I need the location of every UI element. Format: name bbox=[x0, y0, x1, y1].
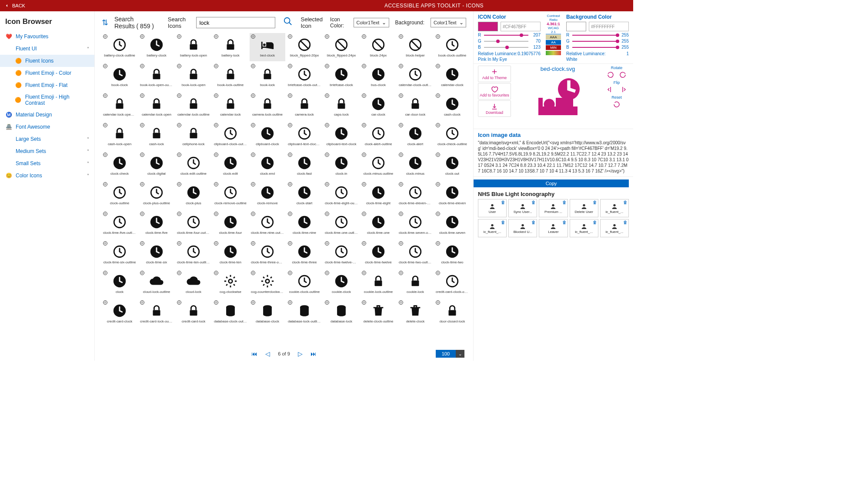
icon-tile[interactable]: ⊙clock-time-seven bbox=[434, 210, 470, 239]
slider-bgg[interactable]: G255 bbox=[566, 39, 629, 43]
icon-tile[interactable]: ⊙clock-time-six-outline bbox=[102, 240, 137, 268]
icon-tile[interactable]: ⊙cloud-lock-outline bbox=[139, 269, 174, 298]
icon-tile[interactable]: ⊙cookie-lock-outline bbox=[361, 269, 396, 298]
icon-tile[interactable]: ⊙clock-time-five-outline bbox=[102, 210, 137, 239]
icon-tile[interactable]: ⊙cog-counterclockwise bbox=[250, 269, 285, 298]
icon-tile[interactable]: ⊙credit-card-clock-outline bbox=[434, 269, 470, 298]
icon-tile[interactable]: ⊙clock-time-three bbox=[287, 240, 322, 268]
icon-tile[interactable]: ⊙database-lock-outline bbox=[287, 299, 322, 327]
icon-tile[interactable]: ⊙clock-fast bbox=[287, 151, 322, 179]
icon-tile[interactable]: ⊙clipboard-text-clock-outline bbox=[287, 122, 322, 150]
icon-tile[interactable]: ⊙delete-clock-outline bbox=[361, 299, 396, 327]
icon-tile[interactable]: ⊙clock-time-two-outline bbox=[397, 240, 433, 268]
delete-icon[interactable]: 🗑 bbox=[623, 220, 628, 225]
icon-tile[interactable]: ⊙database-clock bbox=[250, 299, 285, 327]
icon-tile[interactable]: ⊙battery-lock bbox=[213, 33, 248, 61]
icon-tile[interactable]: ⊙cash-lock bbox=[139, 122, 174, 150]
bg-color-swatch[interactable] bbox=[566, 22, 586, 31]
theme-tile[interactable]: 🗑ic_fluent_... bbox=[478, 219, 507, 237]
icon-tile[interactable]: ⊙credit-card-lock bbox=[176, 299, 211, 327]
icon-tile[interactable]: ⊙block_flipped-20px bbox=[287, 33, 322, 61]
icon-tile[interactable]: ⊙clock-time-ten bbox=[213, 240, 248, 268]
nav-item-small-sets[interactable]: Small Sets˅ bbox=[0, 157, 94, 169]
icon-tile[interactable]: ⊙delete-clock bbox=[397, 299, 433, 327]
icon-tile[interactable]: ⊙clock-plus-outline bbox=[139, 181, 174, 209]
icon-tile[interactable]: ⊙clock-time-nine bbox=[287, 210, 322, 239]
nav-item-large-sets[interactable]: Large Sets˅ bbox=[0, 133, 94, 145]
theme-tile[interactable]: 🗑Premium ... bbox=[539, 199, 568, 217]
icon-tile[interactable]: ⊙caps-lock bbox=[324, 92, 359, 120]
icon-tile[interactable]: ⊙clipboard-clock bbox=[250, 122, 285, 150]
add-to-theme-button[interactable]: Add to Theme bbox=[478, 66, 511, 82]
icon-tile[interactable]: ⊙camera-lock-outline bbox=[250, 92, 285, 120]
icon-tile[interactable]: ⊙clock-check-outline bbox=[434, 122, 470, 150]
icon-tile[interactable]: ⊙book-lock bbox=[250, 63, 285, 91]
icon-tile[interactable]: ⊙clock bbox=[102, 269, 137, 298]
icon-tile[interactable]: ⊙calendar-lock-open-outline bbox=[102, 92, 137, 120]
delete-icon[interactable]: 🗑 bbox=[593, 200, 597, 205]
nav-item-fluent-emoji-high-contrast[interactable]: 🟠Fluent Emoji - High Contrast bbox=[0, 91, 94, 109]
icon-tile[interactable]: ⊙cash-lock-open bbox=[102, 122, 137, 150]
slider-bgr[interactable]: R255 bbox=[566, 33, 629, 37]
icon-tile[interactable]: ⊙clock-alert bbox=[397, 122, 433, 150]
rotate-cw-icon[interactable] bbox=[619, 71, 627, 79]
slider-r[interactable]: R207 bbox=[478, 33, 541, 37]
icon-tile[interactable]: ⊙clock-time-three-outline bbox=[250, 240, 285, 268]
theme-tile[interactable]: 🗑ic_fluent_... bbox=[600, 219, 629, 237]
icon-tile[interactable]: ⊙clock-start bbox=[287, 181, 322, 209]
icon-tile[interactable]: ⊙clock-time-one bbox=[361, 210, 396, 239]
icon-color-hex[interactable] bbox=[501, 22, 541, 31]
icon-tile[interactable]: ⊙calendar-clock bbox=[434, 63, 470, 91]
theme-tile[interactable]: 🗑ic_fluent_... bbox=[570, 219, 598, 237]
icon-tile[interactable]: ⊙briefcase-clock-outline bbox=[287, 63, 322, 91]
copy-button[interactable]: Copy bbox=[474, 179, 629, 187]
flip-v-icon[interactable] bbox=[619, 86, 627, 93]
nav-item-fluent-emoji-color[interactable]: 🟠Fluent Emoji - Color bbox=[0, 67, 94, 79]
slider-g[interactable]: G70 bbox=[478, 39, 541, 43]
theme-tile[interactable]: 🗑Leaver bbox=[539, 219, 568, 237]
icon-tile[interactable]: ⊙clock-plus bbox=[176, 181, 211, 209]
icon-tile[interactable]: ⊙clock-time-ten-outline bbox=[176, 240, 211, 268]
icon-tile[interactable]: ⊙clock-time-seven-outline bbox=[397, 210, 433, 239]
icon-tile[interactable]: ⊙credit-card-lock-outline bbox=[139, 299, 174, 327]
theme-tile[interactable]: 🗑Delete User bbox=[570, 199, 598, 217]
icon-tile[interactable]: ⊙clock-time-eleven-outline bbox=[397, 181, 433, 209]
icon-tile[interactable]: ⊙clipboard-text-clock bbox=[324, 122, 359, 150]
icon-tile[interactable]: ⊙bed-clock bbox=[250, 33, 285, 61]
nav-item-my-favourites[interactable]: ❤️My Favourites bbox=[0, 30, 94, 43]
pager-count-dropdown[interactable]: 100⌄ bbox=[436, 350, 464, 358]
icon-tile[interactable]: ⊙clock-time-two bbox=[434, 240, 470, 268]
icon-tile[interactable]: ⊙briefcase-clock bbox=[324, 63, 359, 91]
icon-tile[interactable]: ⊙car-door-lock bbox=[397, 92, 433, 120]
icon-tile[interactable]: ⊙clock-remove-outline bbox=[213, 181, 248, 209]
delete-icon[interactable]: 🗑 bbox=[501, 200, 505, 205]
icon-tile[interactable]: ⊙database-lock bbox=[324, 299, 359, 327]
delete-icon[interactable]: 🗑 bbox=[623, 200, 628, 205]
icon-tile[interactable]: ⊙clock-time-four bbox=[213, 210, 248, 239]
icon-tile[interactable]: ⊙book-lock-open bbox=[176, 63, 211, 91]
icon-tile[interactable]: ⊙calendar-lock bbox=[213, 92, 248, 120]
delete-icon[interactable]: 🗑 bbox=[593, 220, 597, 225]
icon-tile[interactable]: ⊙clock-time-four-outline bbox=[176, 210, 211, 239]
flip-h-icon[interactable] bbox=[607, 86, 614, 93]
icon-tile[interactable]: ⊙cookie-clock-outline bbox=[287, 269, 322, 298]
nav-item-fluent-icons[interactable]: 🟠Fluent Icons bbox=[0, 55, 94, 67]
icon-tile[interactable]: ⊙clock-time-eleven bbox=[434, 181, 470, 209]
search-input[interactable] bbox=[196, 17, 275, 28]
back-button[interactable]: BACK bbox=[4, 3, 25, 8]
icon-tile[interactable]: ⊙clipboard-clock-outline bbox=[213, 122, 248, 150]
icon-tile[interactable]: ⊙cog-clockwise bbox=[213, 269, 248, 298]
icon-tile[interactable]: ⊙battery-clock-outline bbox=[102, 33, 137, 61]
icon-tile[interactable]: ⊙clock-time-twelve-outline bbox=[324, 240, 359, 268]
icon-tile[interactable]: ⊙cookie-lock bbox=[397, 269, 433, 298]
icon-tile[interactable]: ⊙block-helper bbox=[397, 33, 433, 61]
pager-prev[interactable]: ◁ bbox=[265, 350, 270, 357]
nav-item-material-design[interactable]: Ⓜ️Material Design bbox=[0, 109, 94, 121]
icon-tile[interactable]: ⊙clock-minus-outline bbox=[361, 151, 396, 179]
slider-bgb[interactable]: B255 bbox=[566, 45, 629, 50]
icon-tile[interactable]: ⊙clock-time-one-outline bbox=[324, 210, 359, 239]
download-button[interactable]: Download bbox=[478, 100, 511, 117]
icon-tile[interactable]: ⊙clock-check bbox=[102, 151, 137, 179]
delete-icon[interactable]: 🗑 bbox=[531, 220, 536, 225]
bg-color-hex[interactable] bbox=[589, 22, 629, 31]
